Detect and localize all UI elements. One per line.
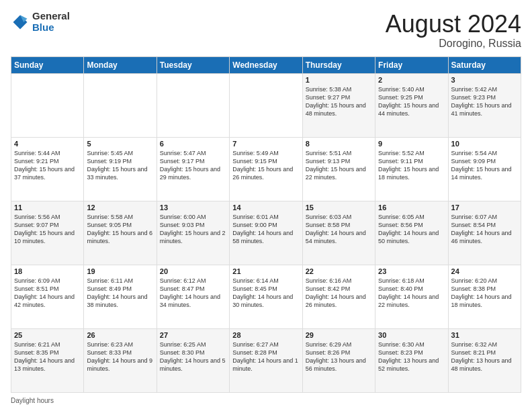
week-row-5: 25Sunrise: 6:21 AM Sunset: 8:35 PM Dayli… bbox=[11, 328, 521, 392]
calendar-cell: 2Sunrise: 5:40 AM Sunset: 9:25 PM Daylig… bbox=[375, 73, 448, 137]
day-number: 16 bbox=[378, 203, 445, 212]
weekday-header-thursday: Thursday bbox=[302, 56, 375, 73]
cell-content: Sunrise: 6:32 AM Sunset: 8:21 PM Dayligh… bbox=[451, 340, 518, 373]
calendar-cell: 17Sunrise: 6:07 AM Sunset: 8:54 PM Dayli… bbox=[448, 201, 521, 265]
day-number: 27 bbox=[160, 331, 226, 339]
footer: Daylight hours bbox=[11, 397, 521, 404]
calendar-cell: 9Sunrise: 5:52 AM Sunset: 9:11 PM Daylig… bbox=[375, 137, 448, 201]
calendar-cell: 18Sunrise: 6:09 AM Sunset: 8:51 PM Dayli… bbox=[11, 265, 84, 328]
day-number: 22 bbox=[306, 267, 372, 275]
day-number: 8 bbox=[306, 140, 372, 148]
cell-content: Sunrise: 6:14 AM Sunset: 8:45 PM Dayligh… bbox=[232, 277, 299, 310]
calendar-cell: 10Sunrise: 5:54 AM Sunset: 9:09 PM Dayli… bbox=[448, 137, 521, 201]
day-number: 15 bbox=[306, 203, 372, 212]
calendar-cell bbox=[230, 73, 302, 137]
header: General Blue August 2024 Dorogino, Russi… bbox=[11, 11, 521, 50]
calendar-cell: 19Sunrise: 6:11 AM Sunset: 8:49 PM Dayli… bbox=[84, 265, 157, 328]
logo-icon bbox=[11, 13, 30, 32]
day-number: 7 bbox=[232, 140, 299, 148]
weekday-header-sunday: Sunday bbox=[11, 56, 84, 73]
calendar-cell: 30Sunrise: 6:30 AM Sunset: 8:23 PM Dayli… bbox=[375, 328, 448, 392]
week-row-4: 18Sunrise: 6:09 AM Sunset: 8:51 PM Dayli… bbox=[11, 265, 521, 328]
calendar-cell: 29Sunrise: 6:29 AM Sunset: 8:26 PM Dayli… bbox=[302, 328, 375, 392]
cell-content: Sunrise: 6:01 AM Sunset: 9:00 PM Dayligh… bbox=[232, 213, 299, 246]
cell-content: Sunrise: 6:21 AM Sunset: 8:35 PM Dayligh… bbox=[14, 340, 81, 373]
day-number: 29 bbox=[306, 331, 372, 339]
day-number: 17 bbox=[451, 203, 518, 212]
day-number: 6 bbox=[160, 140, 226, 148]
logo: General Blue bbox=[11, 11, 70, 33]
calendar-cell: 14Sunrise: 6:01 AM Sunset: 9:00 PM Dayli… bbox=[230, 201, 302, 265]
weekday-header-row: SundayMondayTuesdayWednesdayThursdayFrid… bbox=[11, 56, 521, 73]
calendar-cell: 22Sunrise: 6:16 AM Sunset: 8:42 PM Dayli… bbox=[302, 265, 375, 328]
cell-content: Sunrise: 6:00 AM Sunset: 9:03 PM Dayligh… bbox=[160, 213, 226, 246]
week-row-3: 11Sunrise: 5:56 AM Sunset: 9:07 PM Dayli… bbox=[11, 201, 521, 265]
weekday-header-tuesday: Tuesday bbox=[157, 56, 229, 73]
day-number: 3 bbox=[451, 76, 518, 84]
logo-general: General bbox=[32, 11, 70, 22]
daylight-label: Daylight hours bbox=[11, 397, 54, 404]
cell-content: Sunrise: 6:07 AM Sunset: 8:54 PM Dayligh… bbox=[451, 213, 518, 246]
cell-content: Sunrise: 5:38 AM Sunset: 9:27 PM Dayligh… bbox=[306, 85, 372, 118]
cell-content: Sunrise: 5:52 AM Sunset: 9:11 PM Dayligh… bbox=[378, 149, 445, 182]
calendar-cell: 4Sunrise: 5:44 AM Sunset: 9:21 PM Daylig… bbox=[11, 137, 84, 201]
day-number: 4 bbox=[14, 140, 81, 148]
day-number: 30 bbox=[378, 331, 445, 339]
day-number: 14 bbox=[232, 203, 299, 212]
cell-content: Sunrise: 6:30 AM Sunset: 8:23 PM Dayligh… bbox=[378, 340, 445, 373]
calendar-cell: 16Sunrise: 6:05 AM Sunset: 8:56 PM Dayli… bbox=[375, 201, 448, 265]
day-number: 31 bbox=[451, 331, 518, 339]
calendar-cell: 23Sunrise: 6:18 AM Sunset: 8:40 PM Dayli… bbox=[375, 265, 448, 328]
day-number: 20 bbox=[160, 267, 226, 275]
cell-content: Sunrise: 6:03 AM Sunset: 8:58 PM Dayligh… bbox=[306, 213, 372, 246]
day-number: 10 bbox=[451, 140, 518, 148]
title-block: August 2024 Dorogino, Russia bbox=[386, 11, 521, 50]
svg-marker-0 bbox=[13, 15, 28, 29]
calendar-cell: 26Sunrise: 6:23 AM Sunset: 8:33 PM Dayli… bbox=[84, 328, 157, 392]
calendar-cell bbox=[11, 73, 84, 137]
cell-content: Sunrise: 6:16 AM Sunset: 8:42 PM Dayligh… bbox=[306, 277, 372, 310]
calendar-cell: 11Sunrise: 5:56 AM Sunset: 9:07 PM Dayli… bbox=[11, 201, 84, 265]
calendar-cell: 3Sunrise: 5:42 AM Sunset: 9:23 PM Daylig… bbox=[448, 73, 521, 137]
cell-content: Sunrise: 6:18 AM Sunset: 8:40 PM Dayligh… bbox=[378, 277, 445, 310]
cell-content: Sunrise: 6:12 AM Sunset: 8:47 PM Dayligh… bbox=[160, 277, 226, 310]
weekday-header-wednesday: Wednesday bbox=[230, 56, 302, 73]
calendar-cell: 24Sunrise: 6:20 AM Sunset: 8:38 PM Dayli… bbox=[448, 265, 521, 328]
day-number: 1 bbox=[306, 76, 372, 84]
week-row-2: 4Sunrise: 5:44 AM Sunset: 9:21 PM Daylig… bbox=[11, 137, 521, 201]
day-number: 28 bbox=[232, 331, 299, 339]
day-number: 23 bbox=[378, 267, 445, 275]
calendar-cell: 25Sunrise: 6:21 AM Sunset: 8:35 PM Dayli… bbox=[11, 328, 84, 392]
calendar-cell: 6Sunrise: 5:47 AM Sunset: 9:17 PM Daylig… bbox=[157, 137, 229, 201]
cell-content: Sunrise: 5:51 AM Sunset: 9:13 PM Dayligh… bbox=[306, 149, 372, 182]
day-number: 12 bbox=[87, 203, 153, 212]
subtitle: Dorogino, Russia bbox=[386, 38, 521, 50]
calendar-cell: 20Sunrise: 6:12 AM Sunset: 8:47 PM Dayli… bbox=[157, 265, 229, 328]
cell-content: Sunrise: 6:25 AM Sunset: 8:30 PM Dayligh… bbox=[160, 340, 226, 373]
cell-content: Sunrise: 6:27 AM Sunset: 8:28 PM Dayligh… bbox=[232, 340, 299, 373]
cell-content: Sunrise: 5:40 AM Sunset: 9:25 PM Dayligh… bbox=[378, 85, 445, 118]
day-number: 26 bbox=[87, 331, 153, 339]
page: General Blue August 2024 Dorogino, Russi… bbox=[0, 0, 532, 411]
day-number: 13 bbox=[160, 203, 226, 212]
calendar-cell: 1Sunrise: 5:38 AM Sunset: 9:27 PM Daylig… bbox=[302, 73, 375, 137]
day-number: 5 bbox=[87, 140, 153, 148]
calendar-cell: 7Sunrise: 5:49 AM Sunset: 9:15 PM Daylig… bbox=[230, 137, 302, 201]
cell-content: Sunrise: 6:11 AM Sunset: 8:49 PM Dayligh… bbox=[87, 277, 153, 310]
cell-content: Sunrise: 6:05 AM Sunset: 8:56 PM Dayligh… bbox=[378, 213, 445, 246]
weekday-header-saturday: Saturday bbox=[448, 56, 521, 73]
logo-text: General Blue bbox=[32, 11, 70, 33]
calendar-cell: 27Sunrise: 6:25 AM Sunset: 8:30 PM Dayli… bbox=[157, 328, 229, 392]
main-title: August 2024 bbox=[386, 11, 521, 38]
calendar-cell bbox=[84, 73, 157, 137]
cell-content: Sunrise: 6:20 AM Sunset: 8:38 PM Dayligh… bbox=[451, 277, 518, 310]
week-row-1: 1Sunrise: 5:38 AM Sunset: 9:27 PM Daylig… bbox=[11, 73, 521, 137]
day-number: 9 bbox=[378, 140, 445, 148]
day-number: 18 bbox=[14, 267, 81, 275]
calendar-table: SundayMondayTuesdayWednesdayThursdayFrid… bbox=[11, 56, 521, 393]
calendar-cell: 8Sunrise: 5:51 AM Sunset: 9:13 PM Daylig… bbox=[302, 137, 375, 201]
day-number: 11 bbox=[14, 203, 81, 212]
day-number: 2 bbox=[378, 76, 445, 84]
cell-content: Sunrise: 5:42 AM Sunset: 9:23 PM Dayligh… bbox=[451, 85, 518, 118]
cell-content: Sunrise: 5:58 AM Sunset: 9:05 PM Dayligh… bbox=[87, 213, 153, 246]
